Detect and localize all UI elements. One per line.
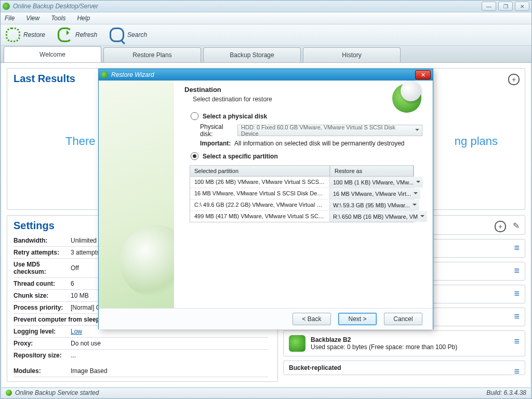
next-button[interactable]: Next > [338,313,377,325]
dialog-titlebar: Restore Wizard ✕ [99,69,433,81]
menu-icon[interactable]: ≡ [514,265,520,276]
toolbar-refresh-label: Refresh [75,31,97,38]
menu-tools[interactable]: Tools [51,15,65,22]
menu-file[interactable]: File [5,15,15,22]
edit-storage-button[interactable]: ✎ [513,221,520,231]
menu-icon[interactable]: ≡ [514,311,520,322]
restore-as-dropdown[interactable]: W:\ 59.3 GB (95 MB) VMwar... [330,200,419,210]
dialog-title: Restore Wizard [111,71,154,78]
label-modules: Modules: [14,363,71,377]
wizard-sidebar-art [99,81,174,308]
important-note: Important: All information on selected d… [200,140,422,147]
statusbar: Online Backup Service started Build: 6.3… [2,388,530,397]
restore-as-dropdown[interactable]: R:\ 650 MB (16 MB) VMware, VM [330,211,427,222]
restore-as-value: R:\ 650 MB (16 MB) VMware, VM [333,214,418,220]
logging-level-link[interactable]: Low [71,328,82,335]
restore-as-value: W:\ 59.3 GB (95 MB) VMwar... [333,202,410,208]
row-repo: Repository size:... [14,350,268,364]
value-repo: ... [71,350,268,364]
important-label: Important: [200,140,231,147]
cloud-icon [289,335,305,352]
wizard-subheading: Select destination for restore [193,96,422,103]
partition-cell: 100 MB (26 MB) VMware, VMware Virtual S … [190,177,329,188]
tab-history[interactable]: History [303,47,401,62]
storage-card-backblaze[interactable]: ≡ Backblaze B2 Used space: 0 bytes (Free… [283,330,525,356]
close-button[interactable]: ✕ [515,2,529,11]
dialog-icon [101,71,108,78]
menu-help[interactable]: Help [77,15,90,22]
partition-table: Selected partition Restore as 100 MB (26… [190,165,414,222]
toolbar-refresh[interactable]: Refresh [58,28,97,42]
row-modules: Modules:Image Based [14,363,268,377]
radio-physical[interactable] [191,112,198,120]
col-restore-as: Restore as [330,166,414,176]
value-proxy: Do not use [71,338,268,350]
partition-row: 16 MB VMware, VMware Virtual S SCSI Disk… [190,188,414,200]
wizard-footer: < Back Next > Cancel [99,308,433,329]
back-button[interactable]: < Back [292,313,331,325]
menu-icon[interactable]: ≡ [514,243,520,254]
menu-view[interactable]: View [26,15,39,22]
physical-disk-label: Physical disk: [200,123,237,138]
partition-cell: 499 MB (417 MB) VMware, VMware Virtual S… [190,211,329,222]
window-title: Online Backup Desktop/Server [13,3,98,10]
option-physical-label: Select a physical disk [203,113,267,120]
app-window: Online Backup Desktop/Server — ❐ ✕ File … [0,0,532,399]
partition-row: 499 MB (417 MB) VMware, VMware Virtual S… [190,211,414,222]
label-threads: Thread count: [14,278,71,290]
titlebar: Online Backup Desktop/Server — ❐ ✕ [1,1,531,12]
label-retry: Retry attempts: [14,247,71,259]
minimize-button[interactable]: — [482,2,496,11]
menu-icon[interactable]: ≡ [514,288,520,299]
destination-hero-icon [392,84,421,113]
option-specific-partition[interactable]: Select a specific partition [191,152,422,160]
restore-as-dropdown[interactable]: 100 MB (1 KB) VMware, VMw... [330,177,423,188]
tab-restore-plans[interactable]: Restore Plans [103,47,201,62]
label-chunk: Chunk size: [14,290,71,302]
maximize-button[interactable]: ❐ [498,2,513,11]
status-message: Online Backup Service started [15,389,99,396]
label-bandwidth: Bandwidth: [14,235,71,247]
toolbar-restore[interactable]: Restore [6,28,45,42]
restore-as-value: 100 MB (1 KB) VMware, VMw... [333,179,414,185]
add-storage-button[interactable]: + [495,221,506,232]
tabstrip: Welcome Restore Plans Backup Storage His… [1,46,531,63]
physical-disk-value: HDD: 0 Fixed 60.0 GB VMware, VMware Virt… [241,124,413,137]
toolbar-search-label: Search [127,31,147,38]
partition-table-header: Selected partition Restore as [190,166,414,177]
menu-icon[interactable]: ≡ [514,366,520,377]
toolbar-search[interactable]: Search [110,28,147,42]
label-repo: Repository size: [14,350,71,364]
label-md5: Use MD5 checksum: [14,259,71,278]
tab-welcome[interactable]: Welcome [4,46,101,62]
app-icon [3,3,10,10]
storage-name: Backblaze B2 [311,336,457,343]
refresh-icon [58,28,72,42]
wizard-heading: Destination [184,86,422,94]
storage-name: Bucket-replicated [289,364,341,371]
col-selected-partition: Selected partition [190,166,330,176]
restore-as-dropdown[interactable]: 16 MB VMware, VMware Virt... [330,188,420,199]
menu-icon[interactable]: ≡ [514,336,520,347]
physical-disk-dropdown[interactable]: HDD: 0 Fixed 60.0 GB VMware, VMware Virt… [237,125,422,136]
radio-partition[interactable] [191,152,198,160]
restore-icon [6,28,20,42]
restore-as-value: 16 MB VMware, VMware Virt... [333,191,411,197]
dialog-close-button[interactable]: ✕ [415,70,431,79]
cancel-button[interactable]: Cancel [384,313,422,325]
wizard-page: Destination Select destination for resto… [174,81,433,308]
storage-card-bucket[interactable]: ≡ Bucket-replicated [283,361,525,375]
search-icon [110,28,124,42]
partition-row: 100 MB (26 MB) VMware, VMware Virtual S … [190,177,414,188]
add-plan-button[interactable]: + [508,74,520,85]
tab-backup-storage[interactable]: Backup Storage [203,47,301,62]
toolbar-restore-label: Restore [23,31,45,38]
menubar: File View Tools Help [1,12,531,24]
storage-detail: Used space: 0 bytes (Free space: more th… [311,343,457,351]
important-text: All information on selected disk will be… [234,140,405,147]
option-physical-disk[interactable]: Select a physical disk [191,112,422,120]
option-partition-label: Select a specific partition [203,153,278,160]
row-proxy: Proxy:Do not use [14,338,268,350]
build-label: Build: 6.3.4.38 [486,389,526,396]
status-indicator-icon [6,390,12,396]
